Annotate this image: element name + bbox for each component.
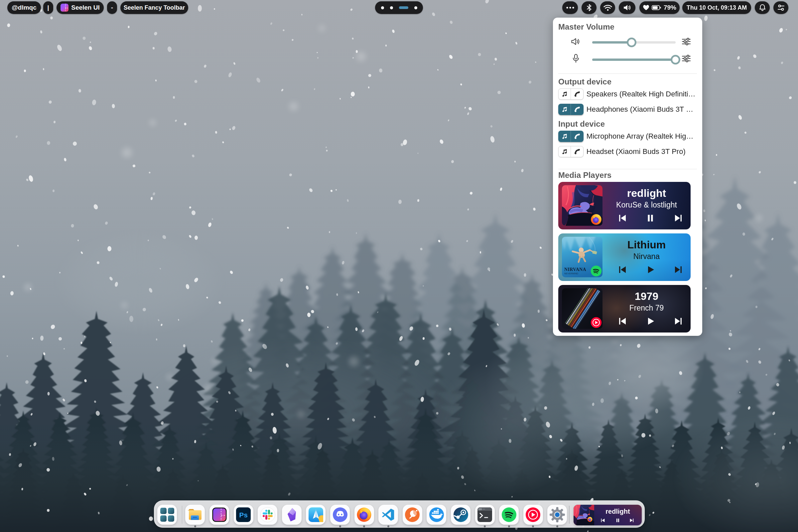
svg-text:Ps: Ps [239,511,248,519]
svg-text:NEVERMIND: NEVERMIND [564,272,578,274]
svg-text:NIRVANA: NIRVANA [564,267,587,272]
